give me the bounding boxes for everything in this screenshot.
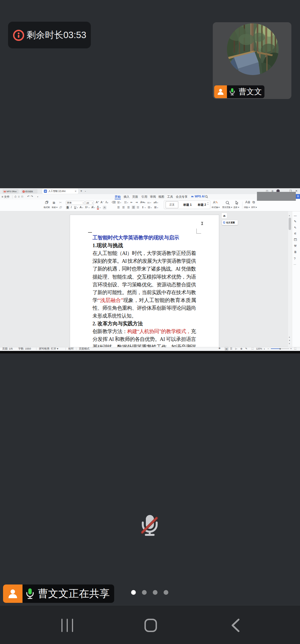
- svg-text:性、师生角色重构、评价体系创新等理论问题尚: 性、师生角色重构、评价体系创新等理论问题尚: [92, 305, 196, 311]
- svg-text:工智能时代大学英语教学的现状与启示: 工智能时代大学英语教学的现状与启示: [92, 235, 179, 241]
- svg-text:学“浅层融合”现象，对人工智能的教育本质属: 学“浅层融合”现象，对人工智能的教育本质属: [92, 297, 196, 303]
- svg-text:据处理、智能生成、交互模拟等技术优势，为语: 据处理、智能生成、交互模拟等技术优势，为语: [92, 274, 196, 280]
- svg-text:了新的机遇，同时也带来了诸多挑战。AI 凭借数: 了新的机遇，同时也带来了诸多挑战。AI 凭借数: [92, 266, 196, 272]
- svg-text:未形成系统性认知。: 未形成系统性认知。: [92, 313, 136, 319]
- svg-text:1.现状与挑战: 1.现状与挑战: [92, 242, 123, 248]
- svg-text:言环境创设、学习策略优化、资源动态整合提供: 言环境创设、学习策略优化、资源动态整合提供: [92, 282, 196, 288]
- svg-text:在人工智能（AI）时代，大学英语教学正经历着: 在人工智能（AI）时代，大学英语教学正经历着: [92, 250, 196, 256]
- svg-text:创新教学方法：构建“人机协同”的教学模式，充: 创新教学方法：构建“人机协同”的教学模式，充: [92, 328, 196, 334]
- svg-text:2. 改革方向与实践方法: 2. 改革方向与实践方法: [92, 321, 143, 326]
- svg-text:了新的可能性。然而，当前实践中存在技术与教: 了新的可能性。然而，当前实践中存在技术与教: [92, 289, 196, 295]
- svg-text:基础训练、数据处理等重复性工作，如语音测评: 基础训练、数据处理等重复性工作，如语音测评: [92, 344, 196, 347]
- svg-text:分发挥 AI 和教师的各自优势。AI 可以承担语言: 分发挥 AI 和教师的各自优势。AI 可以承担语言: [92, 336, 196, 342]
- svg-text:深刻的变革。AI 技术的发展为大学英语教学提供: 深刻的变革。AI 技术的发展为大学英语教学提供: [92, 258, 196, 264]
